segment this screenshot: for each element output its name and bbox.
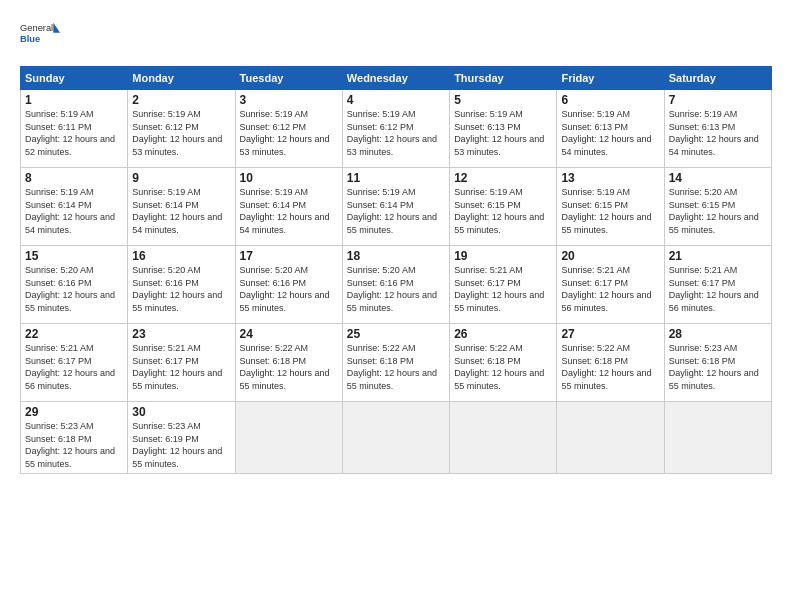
col-header-monday: Monday: [128, 67, 235, 90]
day-cell-20: 20 Sunrise: 5:21 AM Sunset: 6:17 PM Dayl…: [557, 246, 664, 324]
day-number: 9: [132, 171, 230, 185]
day-number: 29: [25, 405, 123, 419]
svg-text:Blue: Blue: [20, 34, 40, 44]
day-info: Sunrise: 5:19 AM Sunset: 6:13 PM Dayligh…: [454, 108, 552, 158]
calendar-week-3: 15 Sunrise: 5:20 AM Sunset: 6:16 PM Dayl…: [21, 246, 772, 324]
day-info: Sunrise: 5:20 AM Sunset: 6:16 PM Dayligh…: [240, 264, 338, 314]
day-number: 24: [240, 327, 338, 341]
day-info: Sunrise: 5:20 AM Sunset: 6:15 PM Dayligh…: [669, 186, 767, 236]
day-number: 5: [454, 93, 552, 107]
day-info: Sunrise: 5:19 AM Sunset: 6:12 PM Dayligh…: [240, 108, 338, 158]
col-header-tuesday: Tuesday: [235, 67, 342, 90]
day-cell-7: 7 Sunrise: 5:19 AM Sunset: 6:13 PM Dayli…: [664, 90, 771, 168]
svg-marker-2: [53, 23, 60, 33]
day-cell-14: 14 Sunrise: 5:20 AM Sunset: 6:15 PM Dayl…: [664, 168, 771, 246]
day-cell-26: 26 Sunrise: 5:22 AM Sunset: 6:18 PM Dayl…: [450, 324, 557, 402]
day-info: Sunrise: 5:19 AM Sunset: 6:13 PM Dayligh…: [669, 108, 767, 158]
day-cell-30: 30 Sunrise: 5:23 AM Sunset: 6:19 PM Dayl…: [128, 402, 235, 474]
day-info: Sunrise: 5:19 AM Sunset: 6:13 PM Dayligh…: [561, 108, 659, 158]
day-number: 7: [669, 93, 767, 107]
day-info: Sunrise: 5:19 AM Sunset: 6:14 PM Dayligh…: [132, 186, 230, 236]
day-number: 3: [240, 93, 338, 107]
svg-text:General: General: [20, 23, 53, 33]
day-number: 11: [347, 171, 445, 185]
day-number: 28: [669, 327, 767, 341]
day-cell-24: 24 Sunrise: 5:22 AM Sunset: 6:18 PM Dayl…: [235, 324, 342, 402]
day-info: Sunrise: 5:23 AM Sunset: 6:19 PM Dayligh…: [132, 420, 230, 470]
day-info: Sunrise: 5:19 AM Sunset: 6:14 PM Dayligh…: [25, 186, 123, 236]
day-info: Sunrise: 5:20 AM Sunset: 6:16 PM Dayligh…: [25, 264, 123, 314]
day-cell-12: 12 Sunrise: 5:19 AM Sunset: 6:15 PM Dayl…: [450, 168, 557, 246]
day-number: 25: [347, 327, 445, 341]
day-info: Sunrise: 5:21 AM Sunset: 6:17 PM Dayligh…: [454, 264, 552, 314]
day-cell-27: 27 Sunrise: 5:22 AM Sunset: 6:18 PM Dayl…: [557, 324, 664, 402]
day-cell-21: 21 Sunrise: 5:21 AM Sunset: 6:17 PM Dayl…: [664, 246, 771, 324]
day-cell-18: 18 Sunrise: 5:20 AM Sunset: 6:16 PM Dayl…: [342, 246, 449, 324]
calendar-week-4: 22 Sunrise: 5:21 AM Sunset: 6:17 PM Dayl…: [21, 324, 772, 402]
day-cell-5: 5 Sunrise: 5:19 AM Sunset: 6:13 PM Dayli…: [450, 90, 557, 168]
day-number: 1: [25, 93, 123, 107]
day-cell-29: 29 Sunrise: 5:23 AM Sunset: 6:18 PM Dayl…: [21, 402, 128, 474]
day-number: 12: [454, 171, 552, 185]
day-number: 6: [561, 93, 659, 107]
calendar-week-2: 8 Sunrise: 5:19 AM Sunset: 6:14 PM Dayli…: [21, 168, 772, 246]
day-info: Sunrise: 5:20 AM Sunset: 6:16 PM Dayligh…: [347, 264, 445, 314]
day-number: 15: [25, 249, 123, 263]
logo-icon: General Blue: [20, 16, 60, 56]
day-number: 8: [25, 171, 123, 185]
day-cell-28: 28 Sunrise: 5:23 AM Sunset: 6:18 PM Dayl…: [664, 324, 771, 402]
col-header-wednesday: Wednesday: [342, 67, 449, 90]
day-info: Sunrise: 5:19 AM Sunset: 6:14 PM Dayligh…: [347, 186, 445, 236]
day-cell-15: 15 Sunrise: 5:20 AM Sunset: 6:16 PM Dayl…: [21, 246, 128, 324]
day-cell-3: 3 Sunrise: 5:19 AM Sunset: 6:12 PM Dayli…: [235, 90, 342, 168]
day-cell-22: 22 Sunrise: 5:21 AM Sunset: 6:17 PM Dayl…: [21, 324, 128, 402]
empty-cell: [450, 402, 557, 474]
calendar-header-row: SundayMondayTuesdayWednesdayThursdayFrid…: [21, 67, 772, 90]
day-info: Sunrise: 5:22 AM Sunset: 6:18 PM Dayligh…: [561, 342, 659, 392]
day-info: Sunrise: 5:19 AM Sunset: 6:12 PM Dayligh…: [132, 108, 230, 158]
day-number: 23: [132, 327, 230, 341]
day-cell-2: 2 Sunrise: 5:19 AM Sunset: 6:12 PM Dayli…: [128, 90, 235, 168]
day-number: 26: [454, 327, 552, 341]
day-info: Sunrise: 5:23 AM Sunset: 6:18 PM Dayligh…: [669, 342, 767, 392]
day-number: 2: [132, 93, 230, 107]
day-number: 17: [240, 249, 338, 263]
day-info: Sunrise: 5:21 AM Sunset: 6:17 PM Dayligh…: [669, 264, 767, 314]
day-cell-4: 4 Sunrise: 5:19 AM Sunset: 6:12 PM Dayli…: [342, 90, 449, 168]
day-number: 18: [347, 249, 445, 263]
day-info: Sunrise: 5:19 AM Sunset: 6:15 PM Dayligh…: [454, 186, 552, 236]
day-cell-19: 19 Sunrise: 5:21 AM Sunset: 6:17 PM Dayl…: [450, 246, 557, 324]
day-number: 10: [240, 171, 338, 185]
day-cell-16: 16 Sunrise: 5:20 AM Sunset: 6:16 PM Dayl…: [128, 246, 235, 324]
day-info: Sunrise: 5:20 AM Sunset: 6:16 PM Dayligh…: [132, 264, 230, 314]
day-number: 4: [347, 93, 445, 107]
day-cell-13: 13 Sunrise: 5:19 AM Sunset: 6:15 PM Dayl…: [557, 168, 664, 246]
day-number: 16: [132, 249, 230, 263]
day-info: Sunrise: 5:23 AM Sunset: 6:18 PM Dayligh…: [25, 420, 123, 470]
day-cell-6: 6 Sunrise: 5:19 AM Sunset: 6:13 PM Dayli…: [557, 90, 664, 168]
col-header-thursday: Thursday: [450, 67, 557, 90]
day-info: Sunrise: 5:21 AM Sunset: 6:17 PM Dayligh…: [132, 342, 230, 392]
day-cell-11: 11 Sunrise: 5:19 AM Sunset: 6:14 PM Dayl…: [342, 168, 449, 246]
day-info: Sunrise: 5:21 AM Sunset: 6:17 PM Dayligh…: [561, 264, 659, 314]
day-info: Sunrise: 5:22 AM Sunset: 6:18 PM Dayligh…: [240, 342, 338, 392]
day-number: 30: [132, 405, 230, 419]
day-number: 20: [561, 249, 659, 263]
day-info: Sunrise: 5:19 AM Sunset: 6:12 PM Dayligh…: [347, 108, 445, 158]
day-number: 19: [454, 249, 552, 263]
day-cell-17: 17 Sunrise: 5:20 AM Sunset: 6:16 PM Dayl…: [235, 246, 342, 324]
day-info: Sunrise: 5:22 AM Sunset: 6:18 PM Dayligh…: [454, 342, 552, 392]
empty-cell: [557, 402, 664, 474]
header: General Blue: [20, 16, 772, 56]
col-header-friday: Friday: [557, 67, 664, 90]
col-header-saturday: Saturday: [664, 67, 771, 90]
day-info: Sunrise: 5:19 AM Sunset: 6:14 PM Dayligh…: [240, 186, 338, 236]
day-number: 27: [561, 327, 659, 341]
calendar-week-5: 29 Sunrise: 5:23 AM Sunset: 6:18 PM Dayl…: [21, 402, 772, 474]
day-number: 14: [669, 171, 767, 185]
day-info: Sunrise: 5:22 AM Sunset: 6:18 PM Dayligh…: [347, 342, 445, 392]
day-cell-25: 25 Sunrise: 5:22 AM Sunset: 6:18 PM Dayl…: [342, 324, 449, 402]
day-info: Sunrise: 5:19 AM Sunset: 6:15 PM Dayligh…: [561, 186, 659, 236]
col-header-sunday: Sunday: [21, 67, 128, 90]
calendar-table: SundayMondayTuesdayWednesdayThursdayFrid…: [20, 66, 772, 474]
